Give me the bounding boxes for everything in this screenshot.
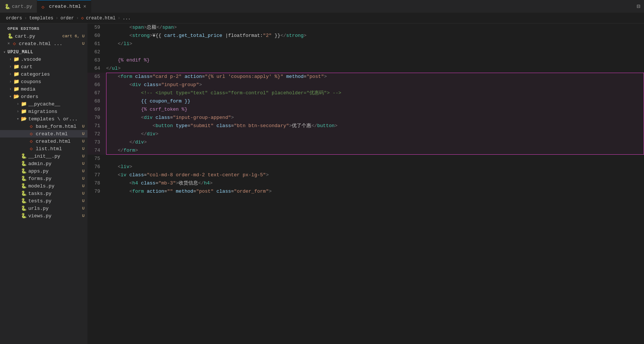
- line-num-62: 62: [87, 48, 106, 56]
- code-lines: 59 <span>总额</span> 60 <strong>¥{{ cart.g…: [87, 23, 644, 196]
- line-76: 76 <liv>: [87, 163, 644, 171]
- tree-migrations[interactable]: › 📁 migrations: [0, 108, 87, 115]
- tree-tests-py[interactable]: 🐍 tests.py U: [0, 197, 87, 205]
- line-content-74: </form>: [106, 146, 644, 155]
- tree-cart[interactable]: › 📁 cart: [0, 63, 87, 70]
- line-num-68: 68: [87, 97, 106, 105]
- line-content-69: {% csrf_token %}: [106, 105, 644, 114]
- tree-pycache[interactable]: › 📁 __pycache__: [0, 100, 87, 108]
- tab-create-html[interactable]: ◇ create.html ×: [37, 0, 91, 13]
- line-num-74: 74: [87, 146, 106, 155]
- line-num-70: 70: [87, 114, 106, 122]
- create-html-icon: ◇: [12, 41, 17, 47]
- line-num-66: 66: [87, 81, 106, 89]
- line-70: 70 <div class="input-group-append">: [87, 114, 644, 122]
- project-root[interactable]: ▾ UP2U_MALL: [0, 49, 87, 56]
- breadcrumb-create-html[interactable]: create.html: [86, 16, 115, 21]
- line-content-65: <form class="card p-2" action="{% url 'c…: [106, 73, 644, 81]
- split-editor-icon[interactable]: ⊟: [637, 3, 640, 10]
- cart-label: cart: [21, 64, 82, 70]
- cart-folder-icon: 📁: [13, 64, 19, 70]
- tree-vscode[interactable]: › 📁 .vscode: [0, 56, 87, 63]
- list-html-icon: ◇: [28, 146, 34, 152]
- tree-list-html[interactable]: ◇ list.html U: [0, 145, 87, 152]
- tree-apps-py[interactable]: 🐍 apps.py U: [0, 167, 87, 175]
- sep3: ›: [76, 16, 79, 21]
- line-num-76: 76: [87, 163, 106, 171]
- tab-cart-py[interactable]: 🐍 cart.py: [0, 0, 37, 13]
- line-63: 63 {% endif %}: [87, 56, 644, 64]
- views-py-label: views.py: [28, 213, 80, 219]
- coupons-folder-icon: 📁: [13, 79, 19, 85]
- breadcrumb-ellipsis[interactable]: ...: [122, 16, 131, 21]
- line-62: 62: [87, 48, 644, 56]
- admin-py-label: admin.py: [28, 161, 80, 167]
- project-name: UP2U_MALL: [7, 50, 87, 55]
- line-num-75: 75: [87, 155, 106, 163]
- media-arrow: ›: [7, 87, 13, 91]
- tree-media[interactable]: › 📁 media: [0, 85, 87, 93]
- open-editor-create-html[interactable]: × ◇ create.html ... U: [0, 40, 87, 47]
- line-content-66: <div class="input-group">: [106, 81, 644, 89]
- line-69: 69 {% csrf_token %}: [87, 105, 644, 114]
- categories-arrow: ›: [7, 72, 13, 76]
- close-create-html-icon[interactable]: ×: [7, 41, 10, 46]
- code-editor[interactable]: 59 <span>总额</span> 60 <strong>¥{{ cart.g…: [87, 23, 644, 344]
- media-dot-spacer: [82, 86, 87, 92]
- line-content-70: <div class="input-group-append">: [106, 114, 644, 122]
- line-content-68: {{ coupon_form }}: [106, 97, 644, 105]
- line-num-59: 59: [87, 23, 106, 32]
- tree-init-py[interactable]: 🐍 __init__.py U: [0, 152, 87, 160]
- media-folder-icon: 📁: [13, 86, 19, 92]
- tree-views-py[interactable]: 🐍 views.py U: [0, 212, 87, 220]
- tree-urls-py[interactable]: 🐍 urls.py U: [0, 205, 87, 212]
- tree-orders[interactable]: ▾ 📂 orders: [0, 93, 87, 100]
- tree-forms-py[interactable]: 🐍 forms.py U: [0, 175, 87, 182]
- line-75: 75: [87, 155, 644, 163]
- urls-py-badge: U: [82, 206, 87, 211]
- tab-bar: 🐍 cart.py ◇ create.html × ⊟: [0, 0, 644, 13]
- tree-categories[interactable]: › 📁 categories: [0, 70, 87, 78]
- breadcrumb-order[interactable]: order: [60, 16, 74, 21]
- line-num-69: 69: [87, 105, 106, 114]
- tree-created-html[interactable]: ◇ created.html U: [0, 138, 87, 145]
- pycache-folder-icon: 📁: [21, 101, 27, 107]
- open-editor-cart-py[interactable]: 🐍 cart.py cart 6, U: [0, 32, 87, 40]
- coupons-label: coupons: [21, 79, 82, 85]
- tree-coupons[interactable]: › 📁 coupons: [0, 78, 87, 85]
- tree-tasks-py[interactable]: 🐍 tasks.py U: [0, 190, 87, 197]
- forms-py-badge: U: [82, 176, 87, 181]
- forms-py-label: forms.py: [28, 176, 80, 182]
- tree-admin-py[interactable]: 🐍 admin.py U: [0, 160, 87, 167]
- templates-folder-icon: 📂: [21, 116, 27, 122]
- cart-dot-spacer: [82, 64, 87, 70]
- coupons-arrow: ›: [7, 80, 13, 84]
- orders-arrow: ▾: [7, 94, 13, 99]
- breadcrumb-orders[interactable]: orders: [6, 16, 22, 21]
- line-content-64: </ul>: [106, 64, 644, 73]
- line-64: 64 </ul>: [87, 64, 644, 73]
- breadcrumb-templates[interactable]: templates: [29, 16, 53, 21]
- apps-py-icon: 🐍: [21, 168, 27, 174]
- tree-base-form[interactable]: ◇ base_form.html U: [0, 123, 87, 130]
- tree-create-html[interactable]: ◇ create.html U: [0, 130, 87, 138]
- line-content-79: <form action="" method="post" class="ord…: [106, 187, 644, 196]
- categories-dot-spacer: [82, 72, 87, 77]
- tree-templates[interactable]: ▾ 📂 templates \ or...: [0, 115, 87, 123]
- tree-models-py[interactable]: 🐍 models.py U: [0, 182, 87, 190]
- pycache-arrow: ›: [15, 102, 21, 106]
- templates-arrow: ▾: [15, 117, 21, 121]
- init-py-label: __init__.py: [28, 154, 80, 159]
- line-content-61: </li>: [106, 40, 644, 48]
- open-editors-title: OPEN EDITORS: [0, 23, 87, 32]
- close-tab-icon[interactable]: ×: [83, 4, 86, 10]
- cart-arrow: ›: [7, 65, 13, 69]
- line-79: 79 <form action="" method="post" class="…: [87, 187, 644, 196]
- categories-label: categories: [21, 72, 82, 77]
- line-74: 74 </form>: [87, 146, 644, 155]
- coupons-dot-spacer: [82, 79, 87, 85]
- list-html-badge: U: [82, 146, 87, 151]
- list-html-label: list.html: [36, 146, 80, 152]
- selection-region: 65 <form class="card p-2" action="{% url…: [87, 73, 644, 155]
- models-py-icon: 🐍: [21, 183, 27, 189]
